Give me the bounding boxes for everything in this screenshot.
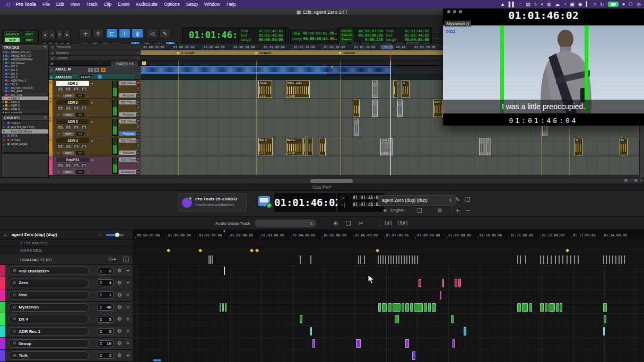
add-insert-button[interactable]: + [136, 94, 140, 98]
track-mute-button[interactable]: M [81, 144, 87, 148]
track-solo-button[interactable]: S [73, 163, 79, 167]
audio-clip[interactable] [486, 138, 491, 155]
track-input-monitor-button[interactable]: I [65, 125, 71, 129]
audio-guide-select[interactable]: ⇅ [255, 219, 316, 227]
language-globe-icon[interactable]: ⊕ [383, 208, 387, 213]
automation-clock-icon[interactable]: ◔ [52, 113, 54, 116]
cue-clip[interactable] [378, 303, 381, 312]
cue-marker-icon[interactable]: ◆ [198, 248, 202, 253]
insert-slot-b[interactable]: ProComp [119, 131, 138, 136]
cue-clip[interactable] [556, 303, 559, 312]
track-list-item[interactable]: ▸ADR 4 [2, 108, 48, 111]
video-online-icon[interactable] [98, 75, 102, 79]
mix-button[interactable] [136, 105, 140, 109]
ruler-row-label-timecode[interactable]: ▤Timecode [49, 44, 141, 50]
grid-label[interactable]: Grid [292, 31, 301, 36]
cue-clip[interactable] [395, 315, 399, 323]
io-button[interactable] [136, 157, 140, 161]
insert-slot-a[interactable]: EQ3 7-Band [119, 157, 138, 162]
menu-item-options[interactable]: Options [164, 2, 179, 7]
track-visible-dot[interactable] [3, 55, 4, 57]
insert-slot-a[interactable]: EQ3 7-Band [119, 81, 138, 85]
preroll-label[interactable]: Pre-roll [340, 29, 353, 33]
cue-clip[interactable] [419, 279, 421, 287]
character-add-cue-icon[interactable]: + [126, 267, 129, 273]
grabber-tool-icon[interactable]: ψ [132, 29, 143, 38]
network-settings-icon[interactable]: ⚙ [437, 207, 442, 214]
track-header-adr-3[interactable]: ◎ADR 3▾●ISM◔✳wavered⊥EQ3 7-Band*ProComp+ [49, 118, 141, 137]
elastic-audio-icon[interactable]: ✳ [57, 151, 59, 155]
menu-item-setup[interactable]: Setup [186, 2, 197, 7]
audio-clip[interactable]: A [372, 81, 378, 98]
cue-clip[interactable] [412, 351, 415, 360]
track-name-dropdown-icon[interactable]: ▾ [91, 82, 93, 85]
track-solo-button[interactable]: S [73, 125, 79, 129]
add-cue-button[interactable]: + [456, 207, 460, 215]
track-name-dropdown-icon[interactable]: ▾ [91, 120, 93, 123]
track-zoom-icon[interactable]: ≡ [56, 30, 63, 39]
character-pill[interactable]: ⚇Red [8, 291, 89, 299]
dots-icon[interactable]: ∴ [519, 2, 523, 7]
track-visible-dot[interactable] [3, 112, 4, 113]
menu-item-event[interactable]: Event [118, 2, 129, 7]
cue-pro-titlebar[interactable]: Cue Pro* [0, 183, 644, 191]
track-mute-button[interactable]: M [81, 125, 87, 129]
cue-clip[interactable] [529, 303, 532, 312]
postroll-label[interactable]: Post-roll [340, 33, 354, 38]
voice-icon[interactable]: ⊥ [86, 132, 89, 136]
apple-menu-icon[interactable]:  [6, 2, 11, 7]
audio-icon[interactable]: ◖ [541, 2, 543, 7]
preroll-value[interactable]: 00:00:03:00 [359, 29, 383, 33]
track-options-button[interactable] [135, 75, 139, 80]
track-lane-adr-4[interactable]: Bad G+ 0 dBad Gi+ 0 dB1011+ 0 d1kBa [141, 137, 644, 156]
audio-clip[interactable]: AMXZ+ 0 d [258, 81, 272, 98]
fadein-label[interactable]: Fade-in [340, 38, 353, 42]
sync-clock-icon[interactable]: ◔ [100, 61, 102, 65]
track-header-adr-4[interactable]: ◎ADR 4▾●ISM◔✳wavered⊥EQ3 7-Band*ProComp+ [49, 137, 141, 156]
track-freeze-icon[interactable]: ◎ [50, 68, 53, 72]
insert-slot-a[interactable]: EQ3 7-Band [119, 119, 138, 123]
track-list-item[interactable]: ▸DX 3 [2, 72, 48, 75]
cue-clip[interactable] [356, 339, 361, 348]
track-header-amxz-m[interactable]: ◎AMXZ_MISM [49, 66, 141, 74]
cue-clip[interactable] [402, 303, 404, 312]
track-freeze-icon[interactable]: ◎ [49, 157, 51, 160]
character-add-cue-icon[interactable]: + [126, 292, 129, 298]
track-name-dropdown-icon[interactable]: ▾ [91, 101, 93, 104]
track-options-button[interactable] [135, 68, 139, 72]
h-zoom-icon[interactable]: ↔ [98, 232, 102, 237]
tr-length[interactable]: 00:00:00:00 [405, 38, 429, 42]
hscroll-thumb[interactable] [310, 179, 353, 183]
track-mute-button[interactable]: M [81, 87, 87, 91]
track-visible-dot[interactable] [3, 51, 4, 53]
track-name-dropdown-icon[interactable]: ▾ [91, 158, 93, 162]
cue-clip[interactable] [393, 303, 401, 312]
io-button[interactable] [136, 119, 140, 123]
cue-clip[interactable] [300, 315, 302, 323]
cue-clip[interactable] [312, 339, 315, 348]
zoom-in-arrow[interactable]: ▸ [64, 30, 71, 39]
cue-clip[interactable] [432, 303, 436, 312]
character-add-cue-icon[interactable]: + [126, 340, 129, 346]
selector-tool-icon[interactable]: I [119, 29, 130, 38]
cue-clip[interactable] [224, 267, 225, 275]
screen-record-icon[interactable] [608, 2, 619, 7]
character-settings-icon[interactable]: ⚙ [117, 352, 122, 358]
add-insert-button[interactable]: + [136, 170, 140, 174]
mix-button[interactable] [136, 144, 140, 147]
ruler-row-label-markers[interactable]: ▤Markers+ [49, 50, 141, 56]
character-pill[interactable]: ⚇Group [8, 339, 89, 348]
audio-clip[interactable] [353, 100, 360, 117]
groups-panel-header[interactable]: GROUPS▾ [2, 115, 48, 121]
character-settings-icon[interactable]: ⚙ [117, 340, 122, 346]
cue-clip[interactable] [517, 303, 521, 312]
track-list-item[interactable]: ▸DX 4 [2, 75, 48, 79]
track-list-item[interactable]: ▸ADR Rec 1 [2, 79, 48, 83]
automation-clock-icon[interactable]: ◔ [52, 94, 54, 97]
cue-marker-icon[interactable]: ◆ [565, 248, 569, 253]
cue-clip[interactable] [442, 279, 444, 287]
track-list-item[interactable]: ▸DX 2 [2, 68, 48, 72]
cue-marker-icon[interactable]: ◆ [250, 248, 254, 253]
clock-icon[interactable]: ◷ [637, 2, 641, 7]
character-pill[interactable]: ⚇DX 4 [8, 315, 89, 323]
